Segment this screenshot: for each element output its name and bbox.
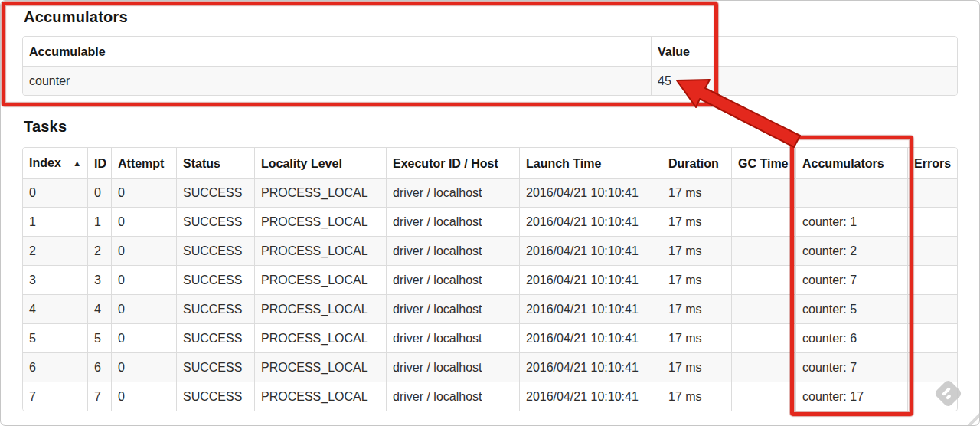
- cell-gc-time: [731, 323, 795, 352]
- cell-accumulable-name: counter: [23, 66, 651, 95]
- cell-executor-id-host: driver / localhost: [386, 265, 519, 294]
- tasks-header-locality-level[interactable]: Locality Level: [254, 148, 386, 178]
- cell-launch-time: 2016/04/21 10:10:41: [519, 265, 662, 294]
- tasks-header-id[interactable]: ID: [87, 148, 111, 178]
- sort-ascending-icon: ▲: [73, 159, 81, 168]
- accumulator-row: counter 45: [23, 66, 957, 95]
- cell-locality-level: PROCESS_LOCAL: [254, 236, 386, 265]
- cell-id: 6: [87, 352, 111, 382]
- cell-index: 2: [23, 236, 87, 265]
- task-row-7: 770SUCCESSPROCESS_LOCALdriver / localhos…: [23, 382, 957, 411]
- cell-accumulators: counter: 2: [795, 236, 907, 265]
- cell-executor-id-host: driver / localhost: [386, 236, 519, 265]
- cell-attempt: 0: [111, 236, 176, 265]
- cell-launch-time: 2016/04/21 10:10:41: [519, 178, 662, 207]
- cell-duration: 17 ms: [662, 236, 731, 265]
- tasks-header-launch-time[interactable]: Launch Time: [519, 148, 662, 178]
- value-column-header: Value: [651, 37, 957, 66]
- cell-executor-id-host: driver / localhost: [386, 178, 519, 207]
- task-row-2: 220SUCCESSPROCESS_LOCALdriver / localhos…: [23, 236, 957, 265]
- cell-status: SUCCESS: [176, 178, 254, 207]
- task-row-0: 000SUCCESSPROCESS_LOCALdriver / localhos…: [23, 178, 957, 207]
- cell-id: 0: [87, 178, 111, 207]
- cell-attempt: 0: [111, 323, 176, 352]
- cell-index: 5: [23, 323, 87, 352]
- cell-duration: 17 ms: [662, 265, 731, 294]
- task-row-3: 330SUCCESSPROCESS_LOCALdriver / localhos…: [23, 265, 957, 294]
- cell-id: 1: [87, 207, 111, 236]
- cell-accumulators: counter: 6: [795, 323, 907, 352]
- cell-status: SUCCESS: [176, 352, 254, 382]
- tasks-header-accumulators[interactable]: Accumulators: [795, 148, 907, 178]
- task-row-1: 110SUCCESSPROCESS_LOCALdriver / localhos…: [23, 207, 957, 236]
- cell-locality-level: PROCESS_LOCAL: [254, 207, 386, 236]
- cell-duration: 17 ms: [662, 207, 731, 236]
- cell-index: 1: [23, 207, 87, 236]
- cell-locality-level: PROCESS_LOCAL: [254, 265, 386, 294]
- tasks-header-index[interactable]: Index ▲: [23, 148, 87, 178]
- accumulators-header-row: Accumulable Value: [23, 37, 957, 66]
- cell-attempt: 0: [111, 265, 176, 294]
- cell-id: 4: [87, 294, 111, 323]
- cell-id: 5: [87, 323, 111, 352]
- tasks-header-duration[interactable]: Duration: [662, 148, 731, 178]
- cell-id: 3: [87, 265, 111, 294]
- cell-locality-level: PROCESS_LOCAL: [254, 294, 386, 323]
- cell-locality-level: PROCESS_LOCAL: [254, 178, 386, 207]
- cell-attempt: 0: [111, 294, 176, 323]
- cell-errors: [907, 294, 957, 323]
- cell-index: 0: [23, 178, 87, 207]
- cell-status: SUCCESS: [176, 323, 254, 352]
- cell-locality-level: PROCESS_LOCAL: [254, 323, 386, 352]
- cell-duration: 17 ms: [662, 294, 731, 323]
- cell-duration: 17 ms: [662, 352, 731, 382]
- tasks-table-body: 000SUCCESSPROCESS_LOCALdriver / localhos…: [23, 178, 957, 411]
- cell-accumulators: counter: 1: [795, 207, 907, 236]
- cell-executor-id-host: driver / localhost: [386, 352, 519, 382]
- cell-errors: [907, 382, 957, 411]
- cell-status: SUCCESS: [176, 265, 254, 294]
- cell-accumulators: counter: 5: [795, 294, 907, 323]
- cell-index: 4: [23, 294, 87, 323]
- cell-duration: 17 ms: [662, 382, 731, 411]
- cell-duration: 17 ms: [662, 178, 731, 207]
- cell-accumulators: counter: 17: [795, 382, 907, 411]
- cell-executor-id-host: driver / localhost: [386, 382, 519, 411]
- cell-index: 3: [23, 265, 87, 294]
- tasks-header-executor-id-host[interactable]: Executor ID / Host: [386, 148, 519, 178]
- tasks-header-status[interactable]: Status: [176, 148, 254, 178]
- cell-gc-time: [731, 236, 795, 265]
- cell-locality-level: PROCESS_LOCAL: [254, 382, 386, 411]
- task-row-5: 550SUCCESSPROCESS_LOCALdriver / localhos…: [23, 323, 957, 352]
- page-content: Accumulators Accumulable Value counter: [1, 1, 979, 411]
- cell-attempt: 0: [111, 178, 176, 207]
- cell-launch-time: 2016/04/21 10:10:41: [519, 323, 662, 352]
- cell-id: 7: [87, 382, 111, 411]
- cell-index: 6: [23, 352, 87, 382]
- cell-accumulators: counter: 7: [795, 265, 907, 294]
- cell-gc-time: [731, 352, 795, 382]
- cell-attempt: 0: [111, 207, 176, 236]
- cell-gc-time: [731, 207, 795, 236]
- accumulators-section-title: Accumulators: [24, 8, 958, 26]
- tasks-header-attempt[interactable]: Attempt: [111, 148, 176, 178]
- cell-accumulators: [795, 178, 907, 207]
- cell-errors: [907, 323, 957, 352]
- cell-gc-time: [731, 382, 795, 411]
- cell-accumulable-value: 45: [651, 66, 957, 95]
- cell-status: SUCCESS: [176, 294, 254, 323]
- tasks-header-index-label: Index: [29, 156, 61, 169]
- cell-launch-time: 2016/04/21 10:10:41: [519, 382, 662, 411]
- cell-errors: [907, 265, 957, 294]
- accumulators-table: Accumulable Value counter 45: [22, 36, 958, 96]
- cell-status: SUCCESS: [176, 382, 254, 411]
- tasks-header-row: Index ▲ ID Attempt Status Locality Level…: [23, 148, 957, 178]
- tasks-header-gc-time[interactable]: GC Time: [731, 148, 795, 178]
- cell-gc-time: [731, 294, 795, 323]
- tasks-header-errors[interactable]: Errors: [907, 148, 957, 178]
- cell-gc-time: [731, 265, 795, 294]
- cell-executor-id-host: driver / localhost: [386, 323, 519, 352]
- cell-errors: [907, 178, 957, 207]
- cell-executor-id-host: driver / localhost: [386, 207, 519, 236]
- accumulable-column-header: Accumulable: [23, 37, 651, 66]
